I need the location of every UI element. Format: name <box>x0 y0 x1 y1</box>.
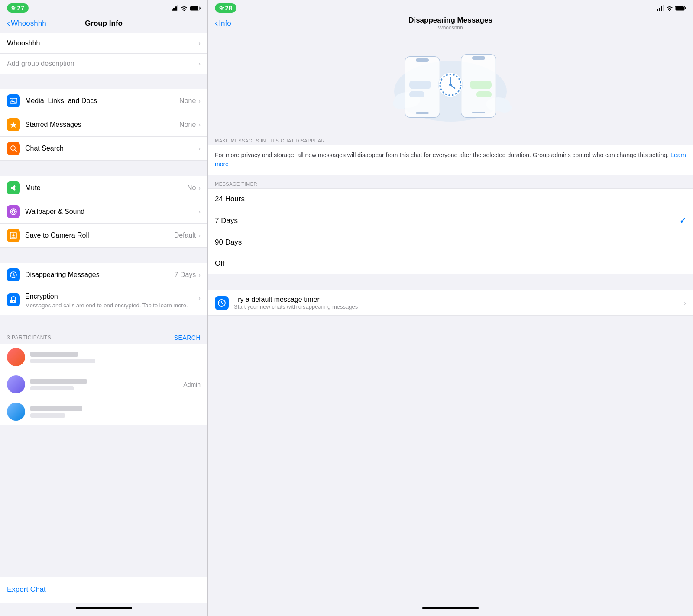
chat-search-item[interactable]: Chat Search › <box>0 137 207 161</box>
timer-option-90days[interactable]: 90 Days <box>208 232 693 253</box>
svg-rect-30 <box>409 91 424 97</box>
save-camera-roll-item[interactable]: Save to Camera Roll Default › <box>0 224 207 248</box>
group-name-item[interactable]: Whooshhh › <box>0 33 207 54</box>
right-back-chevron-icon: ‹ <box>215 18 218 29</box>
starred-messages-item[interactable]: Starred Messages None › <box>0 113 207 137</box>
right-title-sub: Whooshhh <box>408 25 492 31</box>
participant-name-blur <box>30 352 78 357</box>
disappearing-messages-icon <box>7 268 20 281</box>
participants-search-button[interactable]: SEARCH <box>174 334 201 341</box>
save-camera-roll-chevron-icon: › <box>198 232 201 239</box>
wallpaper-chevron-icon: › <box>198 208 201 215</box>
left-status-icons <box>172 5 201 11</box>
export-chat-button[interactable]: Export Chat <box>0 577 207 603</box>
default-timer-item[interactable]: Try a default message timer Start your n… <box>208 290 693 315</box>
home-indicator-container <box>0 603 207 616</box>
svg-marker-7 <box>11 185 15 191</box>
timer-option-off[interactable]: Off <box>208 253 693 274</box>
add-description-text: Add group description <box>7 60 74 68</box>
export-chat-label: Export Chat <box>7 585 46 593</box>
svg-line-6 <box>15 150 16 152</box>
separator-4 <box>0 315 207 331</box>
save-camera-roll-icon <box>7 229 20 242</box>
participant-item[interactable] <box>0 344 207 371</box>
disappearing-messages-chevron-icon: › <box>198 271 201 278</box>
right-signal-bars-icon <box>657 5 664 11</box>
participant-sub-blur <box>30 359 95 363</box>
back-label[interactable]: Whooshhh <box>11 19 46 28</box>
right-status-time: 9:28 <box>215 3 236 13</box>
svg-rect-34 <box>472 56 485 60</box>
mute-value: No <box>187 184 196 192</box>
participant-info <box>30 379 183 390</box>
right-back-label[interactable]: Info <box>219 19 231 28</box>
timer-option-24h[interactable]: 24 Hours <box>208 189 693 210</box>
mute-icon <box>7 181 20 194</box>
participant-sub-blur <box>30 386 74 390</box>
timer-90days-label: 90 Days <box>215 238 242 247</box>
disappearing-messages-item[interactable]: Disappearing Messages 7 Days › <box>0 263 207 287</box>
left-status-time: 9:27 <box>7 3 29 13</box>
participants-count-label: 3 PARTICIPANTS <box>7 335 51 341</box>
right-panel: 9:28 ‹ Info Disappearing Messages <box>208 0 693 616</box>
add-description-item[interactable]: Add group description › <box>0 54 207 74</box>
disappearing-messages-value: 7 Days <box>175 271 196 279</box>
svg-rect-31 <box>416 112 429 114</box>
left-back-button[interactable]: ‹ Whooshhh <box>7 18 46 29</box>
right-spacer <box>208 316 693 603</box>
wifi-icon <box>181 6 188 11</box>
disappear-description: For more privacy and storage, all new me… <box>208 145 693 175</box>
chat-search-label: Chat Search <box>25 145 198 152</box>
starred-messages-icon <box>7 118 20 131</box>
default-timer-icon <box>215 296 229 310</box>
disappear-description-text: For more privacy and storage, all new me… <box>215 152 669 158</box>
mute-chevron-icon: › <box>198 184 201 191</box>
add-description-chevron-icon: › <box>198 60 201 67</box>
right-home-indicator-container <box>208 603 693 616</box>
right-title-main: Disappearing Messages <box>408 16 492 25</box>
media-links-value: None <box>179 97 196 105</box>
mute-item[interactable]: Mute No › <box>0 176 207 200</box>
wallpaper-label: Wallpaper & Sound <box>25 208 198 216</box>
timer-option-7days[interactable]: 7 Days ✓ <box>208 210 693 232</box>
default-timer-subtitle: Start your new chats with disappearing m… <box>234 303 684 310</box>
media-links-icon <box>7 94 20 107</box>
chat-search-chevron-icon: › <box>198 145 201 152</box>
avatar <box>7 348 25 366</box>
default-timer-section: Try a default message timer Start your n… <box>208 290 693 316</box>
wallpaper-item[interactable]: Wallpaper & Sound › <box>0 200 207 224</box>
encryption-item[interactable]: Encryption Messages and calls are end-to… <box>0 287 207 315</box>
media-links-item[interactable]: Media, Links, and Docs None › <box>0 89 207 113</box>
svg-rect-20 <box>676 6 684 10</box>
svg-marker-4 <box>10 122 17 128</box>
default-timer-info: Try a default message timer Start your n… <box>234 296 684 310</box>
timer-section-title: MESSAGE TIMER <box>208 175 693 188</box>
media-links-chevron-icon: › <box>198 97 201 104</box>
starred-messages-value: None <box>179 121 196 129</box>
make-disappear-section-title: MAKE MESSAGES IN THIS CHAT DISAPPEAR <box>208 135 693 145</box>
participant-info <box>30 406 201 418</box>
encryption-chevron-icon: › <box>198 294 201 301</box>
participant-name-blur <box>30 379 87 384</box>
participant-item[interactable] <box>0 398 207 425</box>
svg-rect-29 <box>409 81 431 89</box>
svg-rect-1 <box>190 6 198 10</box>
chat-search-icon <box>7 142 20 155</box>
mute-label: Mute <box>25 184 187 192</box>
svg-rect-36 <box>476 91 492 97</box>
timer-off-label: Off <box>215 259 224 268</box>
back-chevron-icon: ‹ <box>7 18 10 29</box>
right-page-title: Disappearing Messages Whooshhh <box>408 16 492 31</box>
encryption-icon <box>7 293 20 306</box>
disappearing-illustration <box>208 31 693 135</box>
right-status-icons <box>657 5 687 11</box>
svg-rect-28 <box>416 58 429 62</box>
participant-item[interactable]: Admin <box>0 371 207 398</box>
right-back-button[interactable]: ‹ Info <box>215 18 231 29</box>
svg-point-9 <box>12 210 15 213</box>
signal-bars-icon <box>172 5 179 11</box>
right-wifi-icon <box>666 6 673 11</box>
default-timer-chevron-icon: › <box>684 300 686 306</box>
starred-messages-chevron-icon: › <box>198 121 201 128</box>
avatar <box>7 403 25 421</box>
